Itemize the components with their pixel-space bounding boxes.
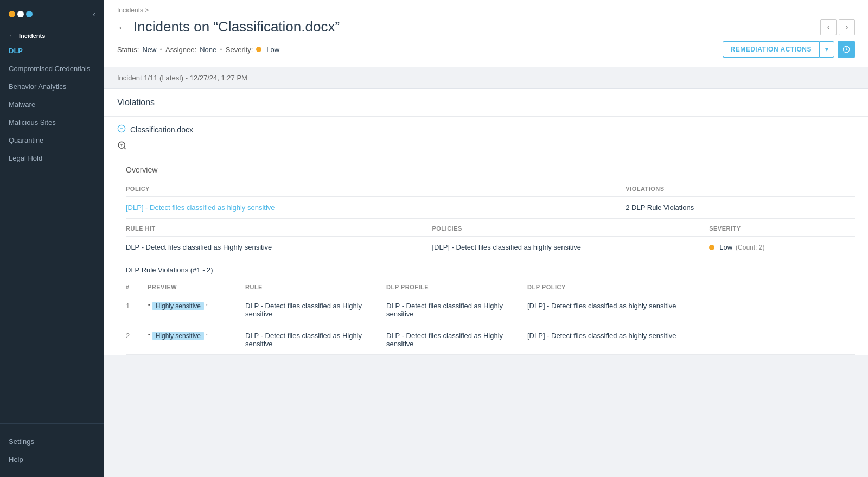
breadcrumb: Incidents > — [117, 7, 855, 14]
page-title: Incidents on “Classification.docx” — [133, 18, 340, 35]
dlp-row1-dlppolicy: [DLP] - Detect files classified as highl… — [527, 295, 855, 325]
violations-col-header: VIOLATIONS — [626, 180, 855, 197]
dlp-row-2: 2 " Highly sensitive " DLP - Detect file… — [126, 325, 855, 355]
highlight-tag-1: Highly sensitive — [152, 302, 204, 310]
remediation-dropdown-button[interactable]: ▾ — [819, 41, 834, 58]
main-area: Incidents > ← Incidents on “Classificati… — [104, 0, 868, 477]
sidebar-item-malware[interactable]: Malware — [0, 96, 104, 113]
dlp-row1-rule: DLP - Detect files classified as Highly … — [245, 295, 386, 325]
nav-prev-button[interactable]: ‹ — [820, 19, 837, 35]
sidebar-divider — [0, 423, 104, 424]
rule-hit-data-row: DLP - Detect files classified as Highly … — [126, 237, 855, 258]
severity-label: Severity: — [226, 46, 253, 54]
sidebar-back-arrow[interactable]: ← — [9, 31, 16, 40]
logo-dot-blue — [26, 11, 33, 17]
svg-line-4 — [124, 147, 125, 149]
incident-label: Incident 1/11 (Latest) - 12/27/24, 1:27 … — [104, 67, 868, 88]
count-tag: (Count: 2) — [736, 244, 764, 251]
sidebar-logo-area: ‹ — [0, 0, 104, 26]
highlight-tag-2: Highly sensitive — [152, 332, 204, 340]
sidebar-section: ← Incidents — [0, 26, 104, 42]
overview-label: Overview — [126, 159, 855, 180]
page-header: Incidents > ← Incidents on “Classificati… — [104, 0, 868, 67]
sidebar-item-dlp[interactable]: DLP — [0, 42, 104, 60]
dlp-col-rule: RULE — [245, 279, 386, 295]
sidebar-item-settings[interactable]: Settings — [0, 433, 104, 450]
nav-next-button[interactable]: › — [839, 19, 855, 35]
back-button[interactable]: ← — [117, 22, 128, 33]
severity-dot2-icon — [709, 245, 714, 250]
file-minus-icon — [117, 124, 126, 135]
dlp-header-row: # PREVIEW RULE DLP PROFILE DLP POLICY — [126, 279, 855, 295]
policy-violations-row: [DLP] - Detect files classified as highl… — [126, 197, 855, 219]
severity-value-cell: Low (Count: 2) — [709, 237, 855, 258]
logo-dot-white — [17, 11, 24, 17]
severity-text: Low — [719, 243, 732, 251]
dlp-col-num: # — [126, 279, 148, 295]
dlp-row1-num: 1 — [126, 295, 148, 325]
violations-cell: 2 DLP Rule Violations — [626, 197, 855, 219]
rule-hit-value: DLP - Detect files classified as Highly … — [126, 237, 432, 258]
dlp-violations-table: # PREVIEW RULE DLP PROFILE DLP POLICY 1 — [126, 279, 855, 355]
assignee-value: None — [200, 46, 216, 54]
violations-header: Violations — [104, 89, 868, 117]
main-content: Incident 1/11 (Latest) - 12/27/24, 1:27 … — [104, 67, 868, 477]
dlp-col-policy: DLP POLICY — [527, 279, 855, 295]
sidebar-item-malicious-sites[interactable]: Malicious Sites — [0, 113, 104, 131]
severity-dot-icon — [256, 47, 261, 52]
overview-section: Overview POLICY VIOLATIONS [DLP] - Detec… — [104, 159, 868, 355]
pvt-header-row: POLICY VIOLATIONS — [126, 180, 855, 197]
rht-header-row: RULE HIT POLICIES SEVERITY — [126, 220, 855, 237]
dlp-row2-dlpprofile: DLP - Detect files classified as Highly … — [386, 325, 527, 355]
severity-value: Low — [266, 46, 279, 54]
policies-col-header: POLICIES — [432, 220, 709, 237]
dlp-row1-dlpprofile: DLP - Detect files classified as Highly … — [386, 295, 527, 325]
sidebar-bottom: Settings Help — [0, 428, 104, 477]
sep2: • — [220, 46, 222, 54]
clock-button[interactable] — [838, 41, 855, 58]
sidebar: ‹ ← Incidents DLP Compromised Credential… — [0, 0, 104, 477]
rule-policies-value: [DLP] - Detect files classified as highl… — [432, 237, 709, 258]
policy-link[interactable]: [DLP] - Detect files classified as highl… — [126, 203, 275, 212]
zoom-icon-row — [104, 139, 868, 159]
dlp-row2-dlppolicy: [DLP] - Detect files classified as highl… — [527, 325, 855, 355]
policy-col-header: POLICY — [126, 180, 626, 197]
violations-card: Violations Classification.docx — [104, 88, 868, 355]
status-value: New — [142, 46, 156, 54]
sidebar-item-help[interactable]: Help — [0, 450, 104, 468]
dlp-row2-rule: DLP - Detect files classified as Highly … — [245, 325, 386, 355]
policy-cell: [DLP] - Detect files classified as highl… — [126, 197, 626, 219]
file-row: Classification.docx — [104, 117, 868, 139]
dlp-row2-num: 2 — [126, 325, 148, 355]
clock-icon — [843, 46, 850, 53]
dlp-col-preview: PREVIEW — [148, 279, 245, 295]
dlp-row1-preview: " Highly sensitive " — [148, 295, 245, 325]
dlp-col-profile: DLP PROFILE — [386, 279, 527, 295]
remediation-actions-button[interactable]: REMEDIATION ACTIONS — [723, 41, 820, 58]
sidebar-section-label: Incidents — [19, 33, 45, 39]
status-label: Status: — [117, 46, 139, 54]
sep1: • — [159, 46, 162, 54]
sidebar-item-quarantine[interactable]: Quarantine — [0, 131, 104, 149]
policy-violations-table: POLICY VIOLATIONS [DLP] - Detect files c… — [126, 180, 855, 219]
dlp-row2-preview: " Highly sensitive " — [148, 325, 245, 355]
sidebar-nav: DLP Compromised Credentials Behavior Ana… — [0, 42, 104, 419]
sidebar-item-compromised-credentials[interactable]: Compromised Credentials — [0, 60, 104, 78]
logo — [9, 11, 33, 17]
logo-dot-orange — [9, 11, 15, 17]
header-nav-btns: ‹ › — [820, 19, 855, 35]
zoom-icon[interactable] — [117, 143, 127, 152]
sidebar-item-behavior-analytics[interactable]: Behavior Analytics — [0, 78, 104, 96]
sidebar-collapse-btn[interactable]: ‹ — [93, 10, 95, 18]
status-row: Status: New • Assignee: None • Severity:… — [117, 41, 855, 58]
severity-col-header: SEVERITY — [709, 220, 855, 237]
dlp-row-1: 1 " Highly sensitive " DLP - Detect file… — [126, 295, 855, 325]
file-name: Classification.docx — [130, 125, 193, 134]
sidebar-item-legal-hold[interactable]: Legal Hold — [0, 149, 104, 167]
assignee-label: Assignee: — [165, 46, 196, 54]
remediation-area: REMEDIATION ACTIONS ▾ — [723, 41, 856, 58]
rule-hit-table: RULE HIT POLICIES SEVERITY DLP - Detect … — [126, 220, 855, 258]
page-title-left: ← Incidents on “Classification.docx” — [117, 18, 340, 35]
rule-hit-col-header: RULE HIT — [126, 220, 432, 237]
dlp-violations-sub-label: DLP Rule Violations (#1 - 2) — [126, 258, 855, 279]
